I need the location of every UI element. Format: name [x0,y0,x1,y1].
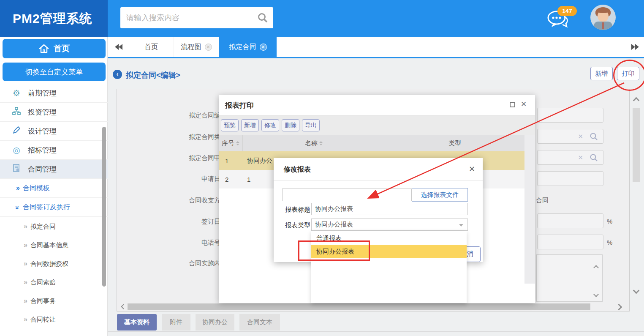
notification-button[interactable]: 147 [546,7,575,32]
export-report-button[interactable]: 导出 [302,119,320,131]
sidebar-sub-contract-sign-exec[interactable]: » 合同签订及执行 [0,198,108,217]
horizontal-scroll-thumb[interactable] [128,303,590,310]
sidebar-leaf-clipped-item[interactable]: » 合同明细播报 [0,330,108,336]
main-horizontal-scrollbar[interactable] [118,303,625,311]
sidebar-leaf-label: 合同数据授权 [30,260,68,268]
form-input-lookup[interactable]: ✕ [537,129,603,144]
main-vertical-scrollbar[interactable] [632,94,641,303]
column-header-seq[interactable]: 序号 [219,135,243,151]
sidebar-leaf-contract-basic-info[interactable]: » 合同基本信息 [0,236,108,254]
tab-close-icon[interactable]: ✕ [205,44,212,51]
print-button-label: 打印 [622,70,635,78]
org-blocks-icon [12,107,21,117]
sidebar-leaf-contract-affairs[interactable]: » 合同事务 [0,292,108,310]
sort-icon[interactable] [319,141,323,145]
tab-home[interactable]: 首页 [129,37,174,57]
form-input-percent[interactable] [537,235,603,249]
sort-icon[interactable] [236,141,239,145]
chevron-down-icon: » [14,206,21,208]
scroll-right-icon[interactable] [616,304,622,311]
close-icon[interactable]: ✕ [469,164,475,174]
search-icon[interactable] [257,12,268,23]
report-type-select[interactable]: 协同办公报表 [311,219,468,231]
sidebar-leaf-contract-data-auth[interactable]: » 合同数据授权 [0,254,108,273]
percent-suffix: % [607,218,612,225]
percent-suffix: % [607,239,612,246]
scroll-up-icon[interactable] [633,97,640,104]
sidebar-item-label: 招标管理 [28,145,57,155]
maximize-icon[interactable] [510,102,515,107]
column-label: 名称 [305,139,318,148]
form-input-plain[interactable] [537,171,603,186]
divider [274,180,483,181]
add-report-button[interactable]: 新增 [241,119,259,131]
back-button[interactable]: ‹ [113,70,122,79]
choose-report-file-label: 选择报表文件 [421,191,459,199]
chevron-right-icon: » [24,223,26,230]
tab-flowchart[interactable]: 流程图 ✕ [174,37,219,57]
bottom-tab-contract-text[interactable]: 合同文本 [239,314,280,331]
dropdown-option-normal-report[interactable]: 普通报表 [311,232,467,245]
user-avatar[interactable] [590,5,616,30]
add-button[interactable]: 新增 [590,67,613,80]
form-input-plain[interactable] [537,108,603,123]
tab-draft-contract[interactable]: 拟定合同 ✕ [219,37,277,57]
sidebar-switch-menu-button[interactable]: 切换至自定义菜单 [3,63,106,81]
tabs-scroll-right-icon[interactable] [631,44,639,52]
search-input[interactable] [120,14,257,22]
home-icon [38,44,49,54]
modify-report-button-label: 修改 [264,122,276,129]
sidebar-item-label: 前期管理 [28,88,57,98]
sidebar-leaf-draft-contract[interactable]: » 拟定合同 [0,217,108,236]
table-side-column [524,135,535,284]
sidebar-sub-contract-template[interactable]: » 合同模板 [0,179,108,198]
tab-close-icon[interactable]: ✕ [260,44,267,51]
sidebar-leaf-label: 合同索赔 [30,279,56,287]
column-label: 序号 [222,139,234,148]
bottom-tab-collaboration[interactable]: 协同办公 [196,314,234,331]
add-button-label: 新增 [595,70,608,78]
sidebar-scrollbar[interactable] [102,127,106,287]
print-button[interactable]: 打印 [617,67,639,80]
form-textarea[interactable] [536,254,603,302]
sidebar-item-bidding[interactable]: ◎ 招标管理 [0,141,108,160]
delete-report-button[interactable]: 删除 [282,119,299,131]
sidebar-leaf-contract-claim[interactable]: » 合同索赔 [0,273,108,292]
preview-button[interactable]: 预览 [221,119,239,131]
modify-report-button[interactable]: 修改 [261,119,279,131]
textarea-scroll-down-icon[interactable] [593,292,599,297]
tabs-scroll-left-icon[interactable] [115,44,122,52]
sidebar-item-label: 投资管理 [28,107,57,117]
dropdown-option-collab-report[interactable]: 协同办公报表 [311,245,467,258]
report-title-input[interactable] [311,203,468,215]
app-logo: PM2管理系统 [0,0,108,37]
scroll-left-icon[interactable] [121,304,126,309]
scroll-down-icon[interactable] [633,287,640,294]
clear-icon[interactable]: ✕ [578,133,583,140]
sidebar-item-prophase[interactable]: ⚙ 前期管理 [0,84,108,103]
column-label: 类型 [448,139,461,148]
textarea-scroll-up-icon[interactable] [593,265,599,270]
sidebar-home-label: 首页 [54,43,70,54]
vertical-scroll-thumb[interactable] [633,108,640,182]
bottom-tab-attachment[interactable]: 附件 [162,314,190,331]
magnifier-icon[interactable] [590,132,598,141]
sidebar-item-investment[interactable]: 投资管理 [0,103,108,122]
bottom-tab-basic-info[interactable]: 基本资料 [117,314,157,331]
column-header-type[interactable]: 类型 [385,135,524,151]
sidebar-item-contract[interactable]: 合同管理 [0,160,108,179]
close-icon[interactable]: ✕ [521,100,527,109]
report-file-input[interactable] [282,188,412,201]
magnifier-icon[interactable] [590,153,598,162]
choose-report-file-button[interactable]: 选择报表文件 [412,188,468,202]
cell-seq: 1 [219,157,243,164]
column-header-name[interactable]: 名称 [243,135,385,151]
form-input-percent[interactable] [537,213,603,228]
sidebar-home-button[interactable]: 首页 [3,39,106,58]
sidebar-item-design[interactable]: 设计管理 [0,122,108,141]
clear-icon[interactable]: ✕ [578,154,583,161]
document-icon [12,164,21,175]
sidebar-leaf-contract-transfer[interactable]: » 合同转让 [0,310,108,329]
form-input-lookup[interactable]: ✕ [537,150,603,165]
sidebar-sub-label: 合同签订及执行 [23,203,70,212]
